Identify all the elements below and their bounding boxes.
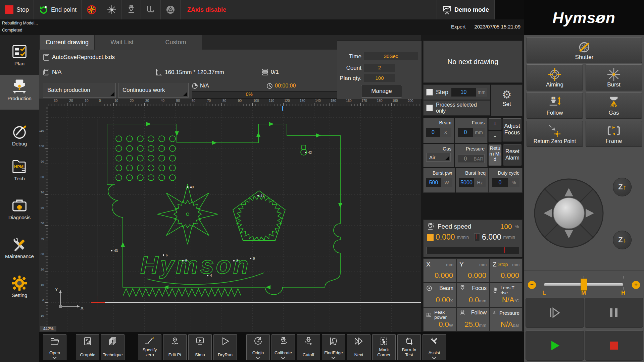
nozzle-status-button[interactable] — [122, 0, 141, 19]
sidebar-item-debug[interactable]: Debug — [0, 120, 39, 155]
shutter-icon — [577, 41, 592, 54]
burst-freq-cell: Burst freq 5000Hz — [456, 168, 489, 193]
burn-in-test-button[interactable]: Burn-In Test — [397, 334, 421, 360]
burst-freq-input[interactable]: 5000Hz — [459, 178, 486, 187]
speed-slider-handle[interactable] — [581, 279, 587, 291]
pressure-input: 0BAR — [458, 154, 485, 163]
alarm-status-button[interactable] — [161, 0, 181, 19]
sidebar-item-plan[interactable]: Plan — [0, 40, 39, 75]
edit-pt-button[interactable]: Edit Pt — [163, 334, 187, 360]
work-mode-dropdown[interactable]: Continuous work — [118, 83, 189, 98]
pressure-unit: BAR — [473, 154, 485, 163]
pressure-readout-cell: Pressure N/Abar — [490, 307, 523, 331]
duty-cycle-value[interactable]: 0 — [492, 178, 508, 187]
follow-button[interactable]: Follow — [527, 93, 583, 119]
production-icon — [11, 78, 28, 95]
lens-temp-value: N/A — [502, 296, 514, 304]
z-down-button[interactable]: Z↓ — [613, 231, 632, 249]
specify-zero-button[interactable]: Specify zero — [138, 334, 161, 360]
cutoff-button[interactable]: Cutoff — [297, 334, 320, 360]
aiming-button[interactable]: Aiming — [527, 64, 583, 90]
progress-percent: 0% — [246, 92, 253, 97]
set-button[interactable]: ⚙ Set — [491, 84, 523, 116]
sidebar-item-tech[interactable]: HPM Tech — [0, 155, 39, 190]
beam-value[interactable]: 0 — [426, 128, 440, 137]
origin-icon — [254, 337, 262, 346]
assist-button[interactable]: Assist — [423, 334, 446, 360]
tab-custom[interactable]: Custom — [149, 35, 202, 50]
laser-disabled-button[interactable] — [82, 0, 102, 19]
end-point-button[interactable]: End point — [34, 0, 82, 19]
focus-minus-button[interactable]: - — [488, 131, 502, 142]
gas-button[interactable]: Gas — [586, 93, 642, 119]
adjust-focus-button[interactable]: Adjust Focus — [502, 118, 522, 142]
z-up-arrow-icon: ↑ — [623, 183, 626, 191]
step-value[interactable]: 10 — [451, 88, 476, 97]
dryrun-button[interactable]: DryRun — [213, 334, 237, 360]
z-axis-value: 0.000 — [501, 271, 519, 280]
y-axis-label: Y — [459, 261, 464, 268]
frame-button[interactable]: Frame — [586, 121, 642, 147]
calibrate-icon — [279, 337, 288, 346]
process-selected-checkbox[interactable] — [426, 105, 433, 111]
jog-center-knob[interactable] — [553, 198, 584, 229]
shutter-button[interactable]: Shutter — [527, 38, 642, 63]
follow-icon — [547, 96, 562, 110]
mark-corner-button[interactable]: Mark Corner — [372, 334, 396, 360]
chevron-down-icon — [256, 355, 260, 359]
focus-input[interactable]: 0mm — [458, 128, 485, 137]
z-up-button[interactable]: Z↑ — [613, 178, 632, 196]
manage-button[interactable]: Manage — [361, 85, 402, 98]
speed-plus-button[interactable]: + — [632, 281, 640, 289]
open-button[interactable]: Open — [43, 334, 66, 360]
focus-value[interactable]: 0 — [458, 128, 473, 137]
duty-cycle-input[interactable]: 0% — [492, 178, 519, 187]
tab-current-drawing[interactable]: Current drawing — [40, 35, 94, 50]
sidebar-item-production[interactable]: Production — [0, 75, 39, 110]
gas-dropdown[interactable]: Air — [426, 153, 451, 162]
burst-button[interactable]: Burst — [586, 64, 642, 90]
simu-button[interactable]: Simu — [188, 334, 212, 360]
count-value[interactable]: 2 — [364, 64, 395, 72]
actual-speed-swatch — [427, 234, 434, 241]
stop-run-button[interactable] — [585, 330, 643, 361]
origin-button[interactable]: Origin — [246, 334, 270, 360]
next-button[interactable]: Next — [347, 334, 370, 360]
focus-plus-button[interactable]: + — [488, 118, 502, 130]
mark-corner-icon — [380, 337, 388, 346]
follow-status-button[interactable] — [141, 0, 161, 19]
sidebar-item-maintenance[interactable]: Maintenance — [0, 233, 39, 267]
time-value[interactable]: 30Sec — [364, 52, 418, 60]
beam-input[interactable]: 0X — [426, 128, 451, 137]
speed-minus-button[interactable]: − — [528, 281, 536, 289]
return-mid-button[interactable]: Return Mid — [488, 144, 502, 166]
drawing-canvas[interactable]: Hymson Y X 4041424365439 — [48, 106, 421, 332]
burst-status-button[interactable] — [102, 0, 122, 19]
production-mode-dropdown[interactable]: Batch production — [43, 83, 116, 98]
return-zero-button[interactable]: Return Zero Point — [527, 121, 583, 147]
pause-button[interactable] — [585, 298, 643, 328]
burst-power-value[interactable]: 500 — [426, 178, 441, 187]
tab-wait-list[interactable]: Wait List — [95, 35, 149, 50]
step-input[interactable]: 10 mm — [451, 88, 487, 97]
burst-freq-value[interactable]: 5000 — [459, 178, 474, 187]
sidebar-item-diagnosis[interactable]: Diagnosis — [0, 194, 39, 229]
sidebar-item-setting[interactable]: Setting — [0, 272, 39, 306]
plan-qty-value[interactable]: 100 — [364, 74, 395, 82]
findedge-button[interactable]: FindEdge — [322, 334, 345, 360]
step-checkbox[interactable] — [426, 89, 433, 96]
focus-readout-cell: Focus 0.0mm — [456, 283, 490, 307]
axis-y-label: Y — [55, 287, 58, 292]
jog-pad[interactable] — [534, 178, 604, 248]
start-button[interactable] — [526, 330, 584, 361]
reset-alarm-button[interactable]: Reset Alarm — [503, 144, 522, 166]
burst-power-input[interactable]: 500W — [426, 178, 452, 187]
topbar: Stop End point ZAxis disable Demo mode — [0, 0, 524, 19]
stop-button[interactable]: Stop — [0, 0, 34, 19]
calibrate-button[interactable]: Calibrate — [271, 334, 295, 360]
technique-button[interactable]: Technique — [101, 334, 125, 360]
demo-mode-toggle[interactable]: Demo mode — [437, 0, 495, 19]
graphic-button[interactable]: Graphic — [76, 334, 99, 360]
divider — [524, 270, 644, 270]
step-run-button[interactable] — [526, 298, 584, 328]
